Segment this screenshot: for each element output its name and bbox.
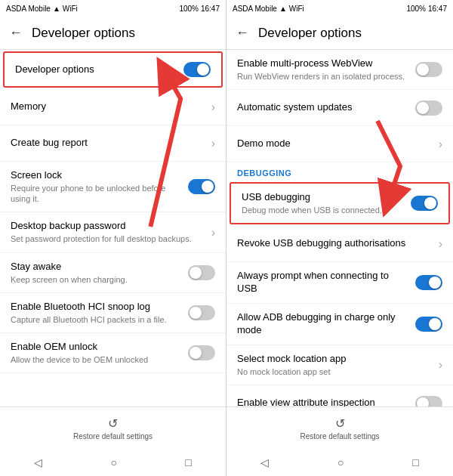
debugging-section-label: DEBUGGING xyxy=(226,162,453,181)
right-phone-panel: ASDA Mobile ▲ WiFi 100% 16:47 ← Develope… xyxy=(226,0,453,476)
right-back-nav[interactable]: ◁ xyxy=(248,453,281,471)
left-back-nav[interactable]: ◁ xyxy=(22,453,54,471)
bluetooth-hci-item[interactable]: Enable Bluetooth HCI snoop log Capture a… xyxy=(0,293,226,333)
oem-unlock-item[interactable]: Enable OEM unlock Allow the device to be… xyxy=(0,333,226,373)
right-wifi-icon: WiFi xyxy=(289,5,304,13)
memory-arrow-icon: › xyxy=(211,100,215,114)
left-time: 16:47 xyxy=(201,5,220,13)
right-restore-icon: ↺ xyxy=(335,416,345,431)
screen-lock-toggle[interactable] xyxy=(188,179,215,194)
create-bug-report-arrow-icon: › xyxy=(211,137,215,150)
auto-updates-title: Automatic system updates xyxy=(237,101,409,114)
right-home-nav[interactable]: ○ xyxy=(325,453,356,471)
adb-charge-toggle[interactable] xyxy=(415,317,442,332)
screen-lock-subtitle: Require your phone to be unlocked before… xyxy=(11,183,182,205)
stay-awake-subtitle: Keep screen on when charging. xyxy=(11,274,182,285)
mock-location-item[interactable]: Select mock location app No mock locatio… xyxy=(226,345,453,385)
always-prompt-usb-title: Always prompt when connecting to USB xyxy=(237,270,409,295)
stay-awake-title: Stay awake xyxy=(11,261,182,274)
usb-debugging-item[interactable]: USB debugging Debug mode when USB is con… xyxy=(230,182,450,224)
demo-mode-arrow-icon: › xyxy=(439,138,442,151)
left-recents-nav[interactable]: □ xyxy=(173,453,203,471)
usb-debugging-title: USB debugging xyxy=(242,191,405,204)
demo-mode-item[interactable]: Demo mode › xyxy=(226,126,453,162)
memory-title: Memory xyxy=(11,100,205,113)
always-prompt-usb-toggle[interactable] xyxy=(415,275,442,290)
left-signal-icon: ▲ xyxy=(53,5,60,13)
create-bug-report-item[interactable]: Create bug report › xyxy=(0,125,226,162)
right-restore-label: Restore default settings xyxy=(300,432,379,440)
oem-unlock-title: Enable OEM unlock xyxy=(11,341,182,354)
developer-options-title: Developer options xyxy=(15,63,177,76)
developer-options-toggle[interactable] xyxy=(183,62,211,77)
right-status-left: ASDA Mobile ▲ WiFi xyxy=(233,5,304,13)
view-attribute-toggle[interactable] xyxy=(415,396,442,406)
revoke-usb-arrow-icon: › xyxy=(439,237,442,251)
bluetooth-hci-title: Enable Bluetooth HCI snoop log xyxy=(11,301,182,314)
oem-unlock-toggle[interactable] xyxy=(188,345,215,360)
right-back-button[interactable]: ← xyxy=(236,25,249,41)
always-prompt-usb-item[interactable]: Always prompt when connecting to USB xyxy=(226,262,453,304)
screen-lock-item[interactable]: Screen lock Require your phone to be unl… xyxy=(0,162,226,212)
left-header: ← Developer options xyxy=(0,17,226,50)
right-page-title: Developer options xyxy=(258,26,362,41)
adb-charge-item[interactable]: Allow ADB debugging in charge only mode xyxy=(226,304,453,345)
left-back-button[interactable]: ← xyxy=(9,25,23,41)
mock-location-arrow-icon: › xyxy=(439,358,442,372)
bluetooth-hci-subtitle: Capture all Bluetooth HCI packets in a f… xyxy=(11,314,182,325)
right-carrier: ASDA Mobile xyxy=(233,5,277,13)
left-restore-label: Restore default settings xyxy=(73,432,153,440)
right-header: ← Developer options xyxy=(226,17,453,50)
desktop-backup-item[interactable]: Desktop backup password Set password pro… xyxy=(0,212,226,252)
left-status-bar: ASDA Mobile ▲ WiFi 100% 16:47 xyxy=(0,0,226,17)
right-settings-list: Enable multi-process WebView Run WebView… xyxy=(226,50,453,406)
view-attribute-item[interactable]: Enable view attribute inspection xyxy=(226,385,453,406)
right-signal-icon: ▲ xyxy=(279,5,287,13)
desktop-backup-arrow-icon: › xyxy=(211,226,215,240)
usb-debugging-toggle[interactable] xyxy=(411,196,438,211)
right-battery: 100% xyxy=(406,5,426,13)
stay-awake-item[interactable]: Stay awake Keep screen on when charging. xyxy=(0,253,226,293)
multiprocess-webview-title: Enable multi-process WebView xyxy=(237,57,409,70)
multiprocess-webview-subtitle: Run WebView renders in an isolated proce… xyxy=(237,71,409,82)
left-status-right: 100% 16:47 xyxy=(179,5,220,13)
left-status-left: ASDA Mobile ▲ WiFi xyxy=(6,5,78,13)
left-carrier: ASDA Mobile xyxy=(6,5,51,13)
auto-updates-item[interactable]: Automatic system updates xyxy=(226,90,453,126)
desktop-backup-subtitle: Set password protection for full desktop… xyxy=(11,233,205,244)
mock-location-title: Select mock location app xyxy=(237,353,433,366)
mock-location-subtitle: No mock location app set xyxy=(237,366,433,377)
auto-updates-toggle[interactable] xyxy=(415,100,442,116)
bluetooth-hci-toggle[interactable] xyxy=(188,305,215,320)
screen-lock-title: Screen lock xyxy=(11,169,182,182)
right-time: 16:47 xyxy=(428,5,447,13)
left-home-nav[interactable]: ○ xyxy=(99,453,129,471)
right-status-right: 100% 16:47 xyxy=(406,5,447,13)
memory-item[interactable]: Memory › xyxy=(0,89,226,125)
create-bug-report-title: Create bug report xyxy=(11,137,205,150)
multiprocess-webview-toggle[interactable] xyxy=(415,62,442,77)
multiprocess-webview-item[interactable]: Enable multi-process WebView Run WebView… xyxy=(226,50,453,90)
adb-charge-title: Allow ADB debugging in charge only mode xyxy=(237,311,409,337)
left-battery: 100% xyxy=(179,5,199,13)
left-bottom-bar[interactable]: ↺ Restore default settings xyxy=(0,406,226,449)
left-nav-bar: ◁ ○ □ xyxy=(0,449,226,476)
usb-debugging-subtitle: Debug mode when USB is connected. xyxy=(242,205,405,215)
revoke-usb-item[interactable]: Revoke USB debugging authorisations › xyxy=(226,226,453,262)
left-settings-list: Developer options Memory › Create bug re… xyxy=(0,50,226,406)
oem-unlock-subtitle: Allow the device to be OEM unlocked xyxy=(11,354,182,365)
stay-awake-toggle[interactable] xyxy=(188,265,215,280)
demo-mode-title: Demo mode xyxy=(237,138,433,150)
developer-options-item[interactable]: Developer options xyxy=(3,51,223,88)
left-page-title: Developer options xyxy=(32,26,135,41)
right-status-bar: ASDA Mobile ▲ WiFi 100% 16:47 xyxy=(226,0,453,17)
right-bottom-bar[interactable]: ↺ Restore default settings xyxy=(226,406,453,449)
revoke-usb-title: Revoke USB debugging authorisations xyxy=(237,237,433,250)
left-phone-panel: ASDA Mobile ▲ WiFi 100% 16:47 ← Develope… xyxy=(0,0,226,476)
desktop-backup-title: Desktop backup password xyxy=(11,220,205,233)
right-recents-nav[interactable]: □ xyxy=(400,453,430,471)
left-restore-icon: ↺ xyxy=(108,416,118,431)
left-wifi-icon: WiFi xyxy=(63,5,78,13)
right-nav-bar: ◁ ○ □ xyxy=(226,449,453,476)
view-attribute-title: Enable view attribute inspection xyxy=(237,397,409,406)
